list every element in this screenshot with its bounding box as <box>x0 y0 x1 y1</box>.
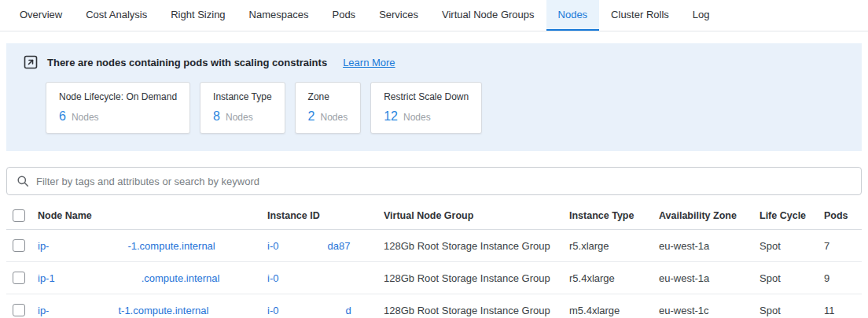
card-title: Restrict Scale Down <box>384 91 469 102</box>
tab-nodes[interactable]: Nodes <box>546 0 600 31</box>
instance-type-cell: m5.4xlarge <box>569 305 659 316</box>
card-zone[interactable]: Zone 2 Nodes <box>295 82 362 134</box>
card-title: Node Lifecycle: On Demand <box>59 91 177 102</box>
filter-bar <box>6 167 862 195</box>
node-name-link[interactable]: ip- <box>38 240 49 252</box>
card-count: 12 <box>384 109 398 124</box>
header-pods: Pods <box>824 210 862 221</box>
card-unit: Nodes <box>226 112 253 123</box>
availability-zone-cell: eu-west-1a <box>659 272 760 284</box>
availability-zone-cell: eu-west-1c <box>659 305 760 316</box>
card-unit: Nodes <box>320 112 348 123</box>
table-row: ip-t-1.compute.internal i-0d 128Gb Root … <box>6 294 862 318</box>
learn-more-link[interactable]: Learn More <box>343 57 395 68</box>
redacted-text <box>55 281 142 282</box>
life-cycle-cell: Spot <box>760 240 824 252</box>
tab-virtual-node-groups[interactable]: Virtual Node Groups <box>430 0 546 31</box>
banner-message: There are nodes containing pods with sca… <box>47 57 327 68</box>
scaling-constraint-icon <box>24 55 38 69</box>
table-row: ip--1.compute.internal i-0da87 128Gb Roo… <box>6 230 862 262</box>
scaling-constraints-banner: There are nodes containing pods with sca… <box>6 43 862 151</box>
tab-cluster-rolls[interactable]: Cluster Rolls <box>599 0 681 31</box>
header-life-cycle: Life Cycle <box>760 210 824 221</box>
instance-id-link[interactable]: da87 <box>327 240 350 252</box>
node-name-link[interactable]: -1.compute.internal <box>127 240 215 252</box>
pods-cell: 7 <box>824 240 862 252</box>
header-availability-zone: Availability Zone <box>659 210 760 221</box>
vng-cell: 128Gb Root Storage Instance Group <box>384 240 569 252</box>
vng-cell: 128Gb Root Storage Instance Group <box>384 272 569 284</box>
card-node-lifecycle[interactable]: Node Lifecycle: On Demand 6 Nodes <box>46 82 190 134</box>
node-name-link[interactable]: t-1.compute.internal <box>118 305 208 316</box>
tab-pods[interactable]: Pods <box>320 0 367 31</box>
row-checkbox[interactable] <box>13 304 25 316</box>
redacted-text <box>278 281 302 282</box>
cluster-tab-bar: Overview Cost Analysis Right Sizing Name… <box>0 0 868 31</box>
card-count: 6 <box>59 109 66 124</box>
pods-cell: 11 <box>824 305 862 316</box>
card-title: Instance Type <box>213 91 272 102</box>
tab-log[interactable]: Log <box>681 0 722 31</box>
node-name-link[interactable]: ip- <box>38 305 49 316</box>
vng-cell: 128Gb Root Storage Instance Group <box>384 305 569 316</box>
header-virtual-node-group: Virtual Node Group <box>384 210 569 221</box>
card-count: 8 <box>213 109 220 124</box>
nodes-table: Node Name Instance ID Virtual Node Group… <box>6 202 862 318</box>
instance-id-link[interactable]: d <box>345 305 351 316</box>
table-header-row: Node Name Instance ID Virtual Node Group… <box>6 202 862 230</box>
search-icon <box>17 175 29 187</box>
header-instance-type: Instance Type <box>569 210 659 221</box>
life-cycle-cell: Spot <box>760 305 824 316</box>
table-row: ip-1.compute.internal i-0 128Gb Root Sto… <box>6 262 862 294</box>
instance-type-cell: r5.4xlarge <box>569 272 659 284</box>
tab-cost-analysis[interactable]: Cost Analysis <box>74 0 159 31</box>
card-count: 2 <box>308 109 315 124</box>
pods-cell: 9 <box>824 272 862 284</box>
node-name-link[interactable]: .compute.internal <box>142 272 220 284</box>
redacted-text <box>278 249 327 250</box>
instance-id-link[interactable]: i-0 <box>267 240 278 252</box>
row-checkbox[interactable] <box>13 272 25 284</box>
tab-services[interactable]: Services <box>367 0 430 31</box>
redacted-text <box>49 249 127 250</box>
header-node-name: Node Name <box>38 210 267 221</box>
card-title: Zone <box>308 91 348 102</box>
instance-type-cell: r5.xlarge <box>569 240 659 252</box>
instance-id-link[interactable]: i-0 <box>267 272 278 284</box>
card-unit: Nodes <box>403 112 431 123</box>
card-restrict-scale-down[interactable]: Restrict Scale Down 12 Nodes <box>370 82 482 134</box>
tab-right-sizing[interactable]: Right Sizing <box>159 0 237 31</box>
card-unit: Nodes <box>72 112 99 123</box>
life-cycle-cell: Spot <box>760 272 824 284</box>
availability-zone-cell: eu-west-1a <box>659 240 760 252</box>
search-input[interactable] <box>36 176 851 187</box>
tab-namespaces[interactable]: Namespaces <box>237 0 321 31</box>
tab-overview[interactable]: Overview <box>8 0 74 31</box>
redacted-text <box>49 313 118 314</box>
constraint-cards: Node Lifecycle: On Demand 6 Nodes Instan… <box>46 82 849 134</box>
instance-id-link[interactable]: i-0 <box>267 305 278 316</box>
redacted-text <box>278 313 345 314</box>
card-instance-type[interactable]: Instance Type 8 Nodes <box>200 82 285 134</box>
row-checkbox[interactable] <box>13 239 25 252</box>
header-instance-id: Instance ID <box>267 210 384 221</box>
select-all-checkbox[interactable] <box>13 209 25 222</box>
node-name-link[interactable]: ip-1 <box>38 272 55 284</box>
